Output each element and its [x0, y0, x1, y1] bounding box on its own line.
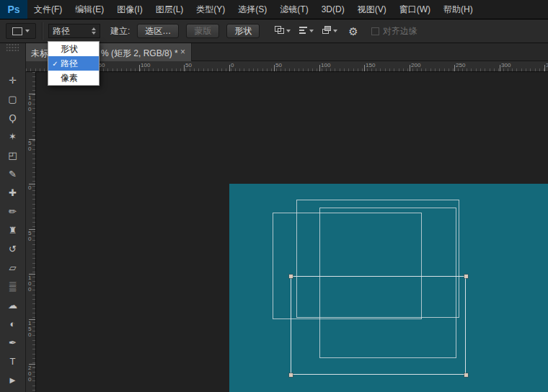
menubar-items: 文件(F)编辑(E)图像(I)图层(L)类型(Y)选择(S)滤镜(T)3D(D)… [27, 0, 480, 19]
ruler-label: 0 [28, 185, 31, 191]
make-label: 建立: [110, 25, 130, 37]
ruler-label: 1 0 0 [28, 275, 31, 293]
ruler-label: 2 0 0 [28, 365, 31, 383]
checkmark-icon: ✓ [51, 60, 59, 68]
chevron-down-icon [333, 30, 337, 32]
path-arrangement-button[interactable] [319, 23, 340, 39]
photoshop-logo: Ps [0, 0, 27, 19]
menu-item[interactable]: 图层(L) [149, 0, 190, 19]
menu-item[interactable]: 窗口(W) [393, 0, 437, 19]
mode-menu-item[interactable]: 像素 [48, 71, 99, 85]
eyedropper-tool[interactable]: ✎ [0, 164, 25, 183]
rectangle-tool-icon [12, 27, 22, 35]
menu-item[interactable]: 选择(S) [231, 0, 273, 19]
tools-panel-grip[interactable] [6, 43, 19, 52]
drawing-mode-select[interactable]: 路径 [48, 24, 100, 38]
options-bar: 路径 建立: 选区…蒙版形状 ⚙ 对齐边缘 [0, 19, 548, 43]
gear-icon[interactable]: ⚙ [348, 26, 358, 37]
mode-menu-item[interactable]: 形状 [48, 42, 99, 56]
path-operations-button[interactable] [272, 23, 292, 39]
tab-title-right: % (矩形 2, RGB/8) * [101, 48, 178, 60]
selected-path-rectangle[interactable] [291, 276, 466, 375]
ruler-label: 1 5 0 [28, 321, 31, 338]
chevron-down-icon [286, 30, 291, 32]
menu-item[interactable]: 编辑(E) [68, 0, 110, 19]
make-selection-button[interactable]: 选区… [137, 24, 179, 38]
tools-list: ✛▢Ϙ✶◰✎✚✏♜↺▱▒☁◐✒T► [0, 71, 25, 389]
move-tool[interactable]: ✛ [0, 71, 25, 89]
drawing-mode-value: 路径 [53, 25, 70, 37]
menu-item[interactable]: 滤镜(T) [273, 0, 314, 19]
menu-item[interactable]: 帮助(H) [437, 0, 480, 19]
menu-bar: Ps 文件(F)编辑(E)图像(I)图层(L)类型(Y)选择(S)滤镜(T)3D… [0, 0, 548, 19]
healing-brush-tool[interactable]: ✚ [0, 183, 25, 202]
ruler-tick [274, 65, 275, 71]
chevron-down-icon [309, 30, 314, 32]
ruler-label: 50 [185, 62, 192, 68]
menu-item[interactable]: 视图(V) [351, 0, 393, 19]
menu-item[interactable]: 图像(I) [110, 0, 149, 19]
mode-popup: 形状✓路径像素 [48, 41, 100, 86]
ruler-label: 250 [456, 62, 465, 68]
ruler-tick [500, 65, 500, 71]
mode-menu-item-label: 路径 [61, 58, 78, 70]
tool-preset-picker[interactable] [6, 23, 36, 39]
make-buttons: 选区…蒙版形状 [130, 24, 260, 38]
lasso-tool[interactable]: Ϙ [0, 108, 25, 127]
menu-item[interactable]: 3D(D) [315, 0, 351, 19]
make-shape-button[interactable]: 形状 [226, 24, 260, 38]
clone-stamp-tool[interactable]: ♜ [0, 220, 25, 239]
photoshop-window: { "app": {"logo": "Ps"}, "menubar": { "i… [0, 0, 548, 392]
crop-tool[interactable]: ◰ [0, 146, 25, 164]
path-anchor-point[interactable] [464, 275, 468, 278]
ruler-tick [454, 65, 455, 71]
blur-tool[interactable]: ☁ [0, 295, 25, 314]
ruler-label: 200 [411, 62, 420, 68]
marquee-tool[interactable]: ▢ [0, 89, 25, 108]
path-operations-icon [274, 24, 285, 37]
mode-menu-item-label: 形状 [61, 43, 78, 55]
path-anchor-point[interactable] [289, 275, 293, 278]
type-tool[interactable]: T [0, 352, 25, 370]
separator [42, 22, 43, 40]
ruler-tick [544, 65, 545, 71]
magic-wand-tool[interactable]: ✶ [0, 127, 25, 146]
ruler-tick [319, 65, 320, 71]
make-mask-button: 蒙版 [186, 24, 219, 38]
ruler-label: 5 0 [28, 141, 31, 152]
ruler-label: 50 [275, 62, 282, 68]
path-selection-tool[interactable]: ► [0, 370, 25, 389]
history-brush-tool[interactable]: ↺ [0, 239, 25, 258]
path-anchor-point[interactable] [289, 373, 293, 377]
menu-item[interactable]: 类型(Y) [190, 0, 231, 19]
align-edges-label: 对齐边缘 [383, 25, 417, 37]
ruler-tick [184, 65, 185, 71]
tab-title-left: 未标 [31, 48, 48, 60]
pen-tool[interactable]: ✒ [0, 333, 25, 352]
ruler-label: 0 [231, 62, 234, 68]
ruler-tick [229, 65, 230, 71]
ruler-label: 100 [141, 62, 150, 68]
path-arrangement-icon [322, 24, 332, 37]
ruler-label: 1 0 0 [28, 95, 31, 112]
spinner-arrows-icon [92, 27, 96, 35]
mode-menu-item[interactable]: ✓路径 [48, 56, 99, 71]
menu-item[interactable]: 文件(F) [27, 0, 68, 19]
path-alignment-icon [299, 24, 308, 37]
ruler-label: 100 [321, 62, 330, 68]
tools-panel: ✛▢Ϙ✶◰✎✚✏♜↺▱▒☁◐✒T► [0, 43, 26, 392]
path-alignment-button[interactable] [296, 23, 316, 39]
dodge-tool[interactable]: ◐ [0, 314, 25, 333]
ruler-tick [364, 65, 365, 71]
path-anchor-point[interactable] [464, 373, 468, 377]
ruler-label: 5 0 [28, 231, 31, 242]
vertical-ruler[interactable]: 1 0 05 005 01 0 01 5 02 0 0 [26, 72, 36, 392]
ruler-tick [410, 65, 410, 71]
brush-tool[interactable]: ✏ [0, 202, 25, 220]
horizontal-ruler[interactable]: 15010050050100150200250300350 [26, 61, 548, 72]
gradient-tool[interactable]: ▒ [0, 277, 25, 295]
tab-close-icon[interactable]: × [180, 47, 185, 57]
ruler-tick [139, 65, 140, 71]
eraser-tool[interactable]: ▱ [0, 258, 25, 277]
ruler-label: 300 [501, 62, 511, 68]
